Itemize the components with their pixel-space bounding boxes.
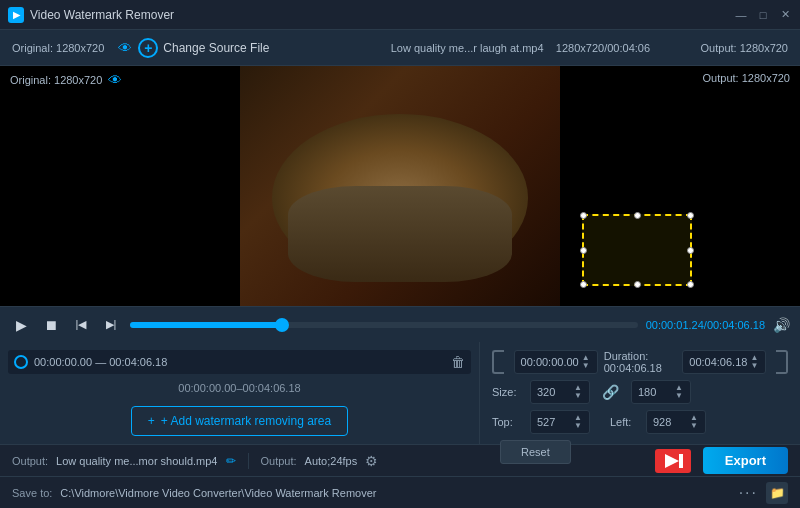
progress-handle[interactable]	[275, 318, 289, 332]
more-options-button[interactable]: ···	[739, 484, 758, 502]
edit-filename-icon[interactable]: ✏	[226, 454, 236, 468]
end-time-input[interactable]: 00:04:06.18 ▲ ▼	[682, 350, 766, 374]
link-icon[interactable]: 🔗	[602, 384, 619, 400]
prev-frame-button[interactable]: |◀	[70, 314, 92, 336]
reset-button[interactable]: Reset	[500, 440, 571, 464]
width-input[interactable]: 320 ▲ ▼	[530, 380, 590, 404]
playback-bar: ▶ ⏹ |◀ ▶| 00:00:01.24/00:04:06.18 🔊	[0, 306, 800, 342]
separator1	[248, 453, 249, 469]
cat-video	[240, 66, 560, 306]
handle-left-mid[interactable]	[580, 247, 587, 254]
left-label: Left:	[610, 416, 638, 428]
toolbar: Original: 1280x720 👁 + Change Source Fil…	[0, 30, 800, 66]
clip-time-range: 00:00:00.00 — 00:04:06.18	[34, 356, 445, 368]
volume-button[interactable]: 🔊	[773, 317, 790, 333]
original-text: Original: 1280x720	[10, 74, 102, 86]
spin-down2[interactable]: ▼	[749, 362, 759, 370]
clip-duration: 00:00:00.00–00:04:06.18	[8, 382, 471, 394]
original-size-label: Original: 1280x720	[12, 42, 104, 54]
clip-end: 00:04:06.18	[109, 356, 167, 368]
handle-right-mid[interactable]	[687, 247, 694, 254]
change-source-button[interactable]: + Change Source File	[138, 38, 269, 58]
browse-folder-button[interactable]: 📁	[766, 482, 788, 504]
top-spinner[interactable]: ▲ ▼	[573, 414, 583, 430]
svg-marker-0	[665, 454, 679, 468]
duration-prefix-text: Duration:	[604, 350, 649, 362]
add-watermark-label: + Add watermark removing area	[161, 414, 331, 428]
stop-button[interactable]: ⏹	[40, 314, 62, 336]
top-label: Top:	[492, 416, 522, 428]
black-left	[0, 66, 240, 306]
current-time-value: 00:00:01.24	[646, 319, 704, 331]
arrow-right-icon	[661, 452, 685, 470]
size-label: Size:	[492, 386, 522, 398]
next-frame-button[interactable]: ▶|	[100, 314, 122, 336]
toolbar-left: Original: 1280x720 👁 + Change Source Fil…	[12, 38, 340, 58]
bracket-left	[492, 350, 504, 374]
play-button[interactable]: ▶	[10, 314, 32, 336]
output-size-label: Output: 1280x720	[701, 42, 788, 54]
clip-icon	[14, 355, 28, 369]
start-time-spinner[interactable]: ▲ ▼	[581, 354, 591, 370]
total-time-value: /00:04:06.18	[704, 319, 765, 331]
add-watermark-icon: +	[148, 414, 155, 428]
top-down[interactable]: ▼	[573, 422, 583, 430]
top-value: 527	[537, 416, 555, 428]
end-time-value: 00:04:06.18	[689, 356, 747, 368]
add-watermark-area-button[interactable]: + + Add watermark removing area	[131, 406, 348, 436]
delete-clip-icon[interactable]: 🗑	[451, 354, 465, 370]
gear-icon[interactable]: ⚙	[365, 453, 378, 469]
save-bar: Save to: C:\Vidmore\Vidmore Video Conver…	[0, 476, 800, 508]
file-dimensions: 1280x720/00:04:06	[556, 42, 650, 54]
bracket-right	[776, 350, 788, 374]
handle-bottom-left[interactable]	[580, 281, 587, 288]
handle-bottom-mid[interactable]	[634, 281, 641, 288]
left-input[interactable]: 928 ▲ ▼	[646, 410, 706, 434]
output-bar: Output: Low quality me...mor should.mp4 …	[0, 444, 800, 476]
start-time-input[interactable]: 00:00:00.00 ▲ ▼	[514, 350, 598, 374]
height-input[interactable]: 180 ▲ ▼	[631, 380, 691, 404]
original-label-overlay: Original: 1280x720 👁	[10, 72, 122, 88]
preview-area: Original: 1280x720 👁 Output: 1280x720	[0, 66, 800, 306]
top-input[interactable]: 527 ▲ ▼	[530, 410, 590, 434]
handle-top-mid[interactable]	[634, 212, 641, 219]
width-down[interactable]: ▼	[573, 392, 583, 400]
output-text: Output: 1280x720	[703, 72, 790, 84]
height-spinner[interactable]: ▲ ▼	[674, 384, 684, 400]
close-button[interactable]: ✕	[778, 8, 792, 22]
handle-top-right[interactable]	[687, 212, 694, 219]
progress-bar[interactable]	[130, 322, 638, 328]
minimize-button[interactable]: —	[734, 8, 748, 22]
handle-bottom-right[interactable]	[687, 281, 694, 288]
maximize-button[interactable]: □	[756, 8, 770, 22]
export-button[interactable]: Export	[703, 447, 788, 474]
start-time-value: 00:00:00.00	[521, 356, 579, 368]
left-down[interactable]: ▼	[689, 422, 699, 430]
app-title: Video Watermark Remover	[30, 8, 174, 22]
eye-icon[interactable]: 👁	[118, 40, 132, 56]
file-name: Low quality me...r laugh at.mp4	[391, 42, 544, 54]
svg-rect-1	[679, 454, 683, 468]
height-down[interactable]: ▼	[674, 392, 684, 400]
red-arrow-button[interactable]	[655, 449, 691, 473]
end-time-spinner[interactable]: ▲ ▼	[749, 354, 759, 370]
title-bar: ▶ Video Watermark Remover — □ ✕	[0, 0, 800, 30]
video-frame	[0, 66, 800, 306]
left-spinner[interactable]: ▲ ▼	[689, 414, 699, 430]
output-format: Auto;24fps	[305, 455, 358, 467]
width-spinner[interactable]: ▲ ▼	[573, 384, 583, 400]
handle-top-left[interactable]	[580, 212, 587, 219]
progress-fill	[130, 322, 282, 328]
size-row: Size: 320 ▲ ▼ 🔗 180 ▲ ▼	[492, 380, 788, 404]
clip-row: 00:00:00.00 — 00:04:06.18 🗑	[8, 350, 471, 374]
output-label-sm: Output:	[12, 455, 48, 467]
preview-eye-icon[interactable]: 👁	[108, 72, 122, 88]
output-label-sm2: Output:	[261, 455, 297, 467]
left-panel: 00:00:00.00 — 00:04:06.18 🗑 00:00:00.00–…	[0, 342, 480, 444]
watermark-selection-box[interactable]	[582, 214, 692, 286]
width-value: 320	[537, 386, 555, 398]
file-info: Low quality me...r laugh at.mp4 1280x720…	[356, 42, 684, 54]
spin-down[interactable]: ▼	[581, 362, 591, 370]
duration-value: 00:04:06.18	[604, 362, 662, 374]
bottom-section: 00:00:00.00 — 00:04:06.18 🗑 00:00:00.00–…	[0, 342, 800, 444]
